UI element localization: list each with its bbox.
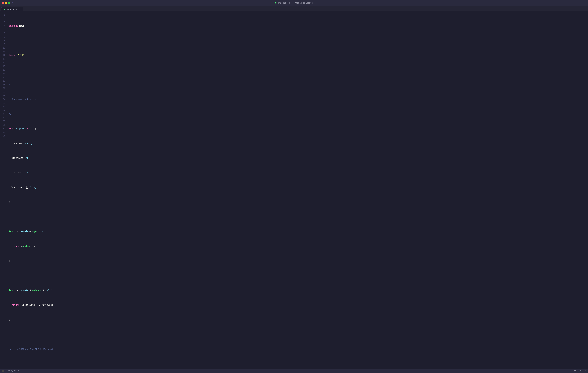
editor-window: ‹ › ■ dracula.go — dracula-snippets ⌄ dr… <box>0 0 588 373</box>
file-icon: ■ <box>275 2 277 4</box>
close-button[interactable] <box>2 2 4 4</box>
token <box>9 303 11 307</box>
token: main <box>18 24 25 28</box>
maximize-button[interactable] <box>8 2 10 4</box>
token <box>17 54 18 57</box>
token-typename: Vampire <box>21 289 30 292</box>
traffic-lights <box>2 2 10 4</box>
line-num: 28 <box>1 112 5 116</box>
token: () <box>36 230 40 233</box>
token-type: type <box>9 127 14 131</box>
line-num: 13 <box>1 57 5 61</box>
window-title-text: dracula.go — dracula-snippets <box>278 2 313 4</box>
tab-bar: dracula.go ✕ <box>0 6 588 11</box>
line-num: 19 <box>1 79 5 83</box>
token-comment: Once upon a time ... <box>9 98 38 101</box>
token-return: return <box>11 303 19 307</box>
token: { <box>49 289 52 292</box>
line-num: 29 <box>1 116 5 120</box>
line-num: 12 <box>1 54 5 57</box>
line-num: 34 <box>1 134 5 138</box>
code-line-14 <box>9 215 588 219</box>
token-int-type: int <box>45 289 49 292</box>
token-typename: Vampire <box>15 127 25 131</box>
token: (v <box>14 230 20 233</box>
token: (v <box>14 289 20 292</box>
line-num: 18 <box>1 76 5 80</box>
status-position: Line 1, Column 1 <box>5 370 23 372</box>
minimize-button[interactable] <box>5 2 7 4</box>
token-op: - <box>36 303 37 307</box>
token <box>14 127 15 131</box>
tab-label: dracula.go <box>6 8 18 10</box>
line-num: 27 <box>1 109 5 112</box>
line-numbers: 1 2 3 4 5 6 7 8 9 10 11 12 13 14 15 16 1… <box>0 11 8 369</box>
token-return: return <box>11 244 19 248</box>
code-line-9: Location string <box>9 142 588 145</box>
token-package: package <box>9 24 18 28</box>
tab-dot <box>4 9 5 10</box>
status-bar: ⬛ Line 1, Column 1 Spaces: 2 Go <box>0 369 588 373</box>
nav-forward-icon[interactable]: › <box>13 2 15 4</box>
token-method: Age <box>32 230 36 233</box>
tab-close-icon[interactable]: ✕ <box>20 8 21 10</box>
token-comment: */ <box>9 112 11 116</box>
token-op: * <box>19 230 21 233</box>
token-comment: /* <box>9 83 11 87</box>
tab-dracula[interactable]: dracula.go ✕ <box>1 7 23 11</box>
line-num: 6 <box>1 32 5 35</box>
code-line-24 <box>9 362 588 366</box>
code-line-13: } <box>9 201 588 204</box>
line-num: 14 <box>1 61 5 65</box>
line-num: 10 <box>1 46 5 50</box>
token: ) <box>30 289 32 292</box>
token: () <box>41 289 45 292</box>
code-line-21: } <box>9 318 588 322</box>
token: DeathDate <box>9 171 25 175</box>
title-bar: ‹ › ■ dracula.go — dracula-snippets ⌄ <box>0 0 588 6</box>
line-num: 32 <box>1 127 5 131</box>
code-line-20: return v.DeathDate - v.BirthDate <box>9 303 588 307</box>
window-title: ■ dracula.go — dracula-snippets <box>275 2 313 4</box>
token-typename: Vampire <box>21 230 30 233</box>
line-num: 17 <box>1 72 5 76</box>
line-num: 16 <box>1 68 5 72</box>
status-language: Go <box>584 370 586 372</box>
token: v.BirthDate <box>38 303 53 307</box>
status-left: ⬛ Line 1, Column 1 <box>2 370 23 372</box>
code-line-19: func (v *Vampire) calcAge() int { <box>9 289 588 292</box>
line-num: 3 <box>1 21 5 24</box>
code-editor[interactable]: package main import "fmt" /* Once upon a… <box>8 11 588 369</box>
code-line-12: Weaknesses []string <box>9 186 588 190</box>
line-num: 22 <box>1 91 5 94</box>
token <box>25 127 26 131</box>
nav-back-icon[interactable]: ‹ <box>11 2 13 4</box>
token: { <box>44 230 47 233</box>
status-screen-icon: ⬛ <box>2 370 4 372</box>
line-num: 20 <box>1 83 5 87</box>
dropdown-icon[interactable]: ⌄ <box>585 1 586 4</box>
line-num: 15 <box>1 65 5 68</box>
token-int-type: int <box>25 171 28 175</box>
code-line-8: type Vampire struct { <box>9 127 588 131</box>
token: () <box>32 244 35 248</box>
token-string-type: string <box>28 186 36 190</box>
code-line-18 <box>9 274 588 278</box>
editor-area: 1 2 3 4 5 6 7 8 9 10 11 12 13 14 15 16 1… <box>0 11 588 369</box>
line-num: 23 <box>1 94 5 98</box>
code-line-4 <box>9 68 588 72</box>
line-num: 33 <box>1 131 5 134</box>
line-num: 5 <box>1 28 5 32</box>
token: } <box>9 259 10 263</box>
code-line-1: package main <box>9 24 588 28</box>
line-num: 31 <box>1 123 5 127</box>
status-spaces: Spaces: 2 <box>571 370 581 372</box>
token: v.DeathDate <box>19 303 36 307</box>
code-line-22 <box>9 333 588 336</box>
line-num: 7 <box>1 35 5 39</box>
code-line-11: DeathDate int <box>9 171 588 175</box>
token: } <box>9 318 10 322</box>
token-string: "fmt" <box>18 54 25 57</box>
line-num: 26 <box>1 105 5 109</box>
token-comment: // ... there was a guy named Vlad <box>9 347 53 351</box>
